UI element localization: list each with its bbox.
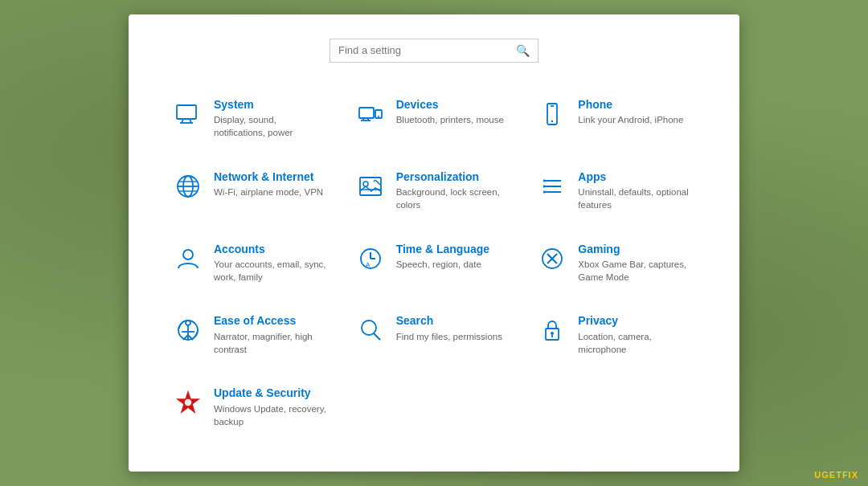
svg-point-46 (551, 332, 554, 335)
accounts-title: Accounts (214, 243, 330, 256)
svg-point-43 (362, 321, 376, 335)
settings-item-search[interactable]: Search Find my files, permissions (343, 303, 526, 367)
svg-rect-18 (360, 178, 381, 195)
apps-text: Apps Uninstall, defaults, optional featu… (578, 170, 694, 212)
update-text: Update & Security Windows Update, recove… (214, 386, 330, 428)
svg-point-9 (378, 116, 379, 117)
system-text: System Display, sound, notifications, po… (214, 98, 330, 140)
search-bar[interactable]: 🔍 (330, 39, 538, 63)
privacy-title: Privacy (578, 314, 694, 328)
accounts-icon (174, 244, 203, 273)
apps-title: Apps (578, 170, 694, 184)
phone-icon (538, 100, 567, 129)
gaming-icon (538, 244, 567, 273)
apps-subtitle: Uninstall, defaults, optional features (578, 186, 694, 211)
network-title: Network & Internet (214, 170, 323, 184)
devices-subtitle: Bluetooth, printers, mouse (396, 113, 504, 126)
update-icon (174, 388, 203, 417)
settings-item-network[interactable]: Network & Internet Wi-Fi, airplane mode,… (161, 159, 343, 223)
settings-item-phone[interactable]: Phone Link your Android, iPhone (525, 87, 707, 151)
settings-item-update[interactable]: Update & Security Windows Update, recove… (161, 375, 343, 439)
gaming-title: Gaming (578, 243, 694, 256)
svg-text:A: A (366, 261, 371, 268)
svg-line-22 (374, 180, 375, 182)
personalization-subtitle: Background, lock screen, colors (396, 186, 513, 211)
svg-line-21 (375, 180, 380, 185)
gaming-text: Gaming Xbox Game Bar, captures, Game Mod… (578, 243, 694, 284)
personalization-title: Personalization (396, 170, 513, 184)
devices-text: Devices Bluetooth, printers, mouse (396, 98, 504, 127)
settings-item-devices[interactable]: Devices Bluetooth, printers, mouse (343, 87, 526, 151)
personalization-icon (356, 172, 385, 201)
system-title: System (214, 98, 330, 112)
search-icon: 🔍 (516, 44, 530, 57)
svg-line-44 (374, 333, 380, 340)
settings-grid: System Display, sound, notifications, po… (161, 87, 707, 440)
ease-icon (174, 316, 203, 345)
svg-rect-0 (177, 105, 196, 119)
watermark-suffix: FIX (842, 470, 858, 480)
time-icon: A (356, 244, 385, 273)
accounts-subtitle: Your accounts, email, sync, work, family (214, 258, 330, 284)
personalization-text: Personalization Background, lock screen,… (396, 170, 513, 212)
search-settings-title: Search (396, 314, 502, 328)
settings-item-accounts[interactable]: Accounts Your accounts, email, sync, wor… (161, 231, 343, 296)
watermark-prefix: UG (814, 470, 829, 480)
svg-point-29 (183, 250, 193, 259)
update-subtitle: Windows Update, recovery, backup (214, 402, 330, 428)
settings-item-gaming[interactable]: Gaming Xbox Game Bar, captures, Game Mod… (525, 231, 707, 296)
apps-icon (538, 172, 567, 201)
settings-item-ease[interactable]: Ease of Access Narrator, magnifier, high… (161, 303, 343, 367)
time-text: Time & Language Speech, region, date (396, 243, 489, 272)
search-bar-container: 🔍 (161, 39, 707, 63)
privacy-icon (538, 316, 567, 345)
svg-rect-4 (359, 108, 374, 118)
accounts-text: Accounts Your accounts, email, sync, wor… (214, 243, 330, 284)
search-settings-subtitle: Find my files, permissions (396, 330, 502, 343)
watermark-highlight: ET (829, 470, 842, 480)
ease-text: Ease of Access Narrator, magnifier, high… (214, 314, 330, 356)
phone-text: Phone Link your Android, iPhone (578, 98, 683, 127)
search-settings-icon (356, 316, 385, 345)
phone-title: Phone (578, 98, 683, 112)
search-input[interactable] (338, 44, 513, 56)
network-text: Network & Internet Wi-Fi, airplane mode,… (214, 170, 323, 199)
ease-subtitle: Narrator, magnifier, high contrast (214, 330, 330, 356)
devices-icon (356, 100, 385, 129)
system-subtitle: Display, sound, notifications, power (214, 113, 330, 139)
devices-title: Devices (396, 98, 504, 112)
settings-item-apps[interactable]: Apps Uninstall, defaults, optional featu… (525, 159, 707, 223)
privacy-subtitle: Location, camera, microphone (578, 330, 694, 356)
settings-item-system[interactable]: System Display, sound, notifications, po… (161, 87, 343, 151)
svg-point-49 (184, 398, 192, 406)
update-title: Update & Security (214, 386, 330, 400)
settings-item-privacy[interactable]: Privacy Location, camera, microphone (525, 303, 707, 367)
settings-item-personalization[interactable]: Personalization Background, lock screen,… (343, 159, 526, 223)
svg-point-12 (551, 120, 553, 121)
watermark: UGETFIX (814, 470, 858, 480)
network-subtitle: Wi-Fi, airplane mode, VPN (214, 186, 323, 198)
search-settings-text: Search Find my files, permissions (396, 314, 502, 343)
privacy-text: Privacy Location, camera, microphone (578, 314, 694, 356)
settings-item-time[interactable]: A Time & Language Speech, region, date (343, 231, 526, 296)
system-icon (174, 100, 203, 129)
gaming-subtitle: Xbox Game Bar, captures, Game Mode (578, 258, 694, 284)
settings-window: 🔍 System Display, sound, notifications, … (129, 14, 739, 472)
network-icon (174, 172, 203, 201)
time-title: Time & Language (396, 243, 489, 256)
time-subtitle: Speech, region, date (396, 258, 489, 271)
phone-subtitle: Link your Android, iPhone (578, 113, 683, 126)
ease-title: Ease of Access (214, 314, 330, 328)
